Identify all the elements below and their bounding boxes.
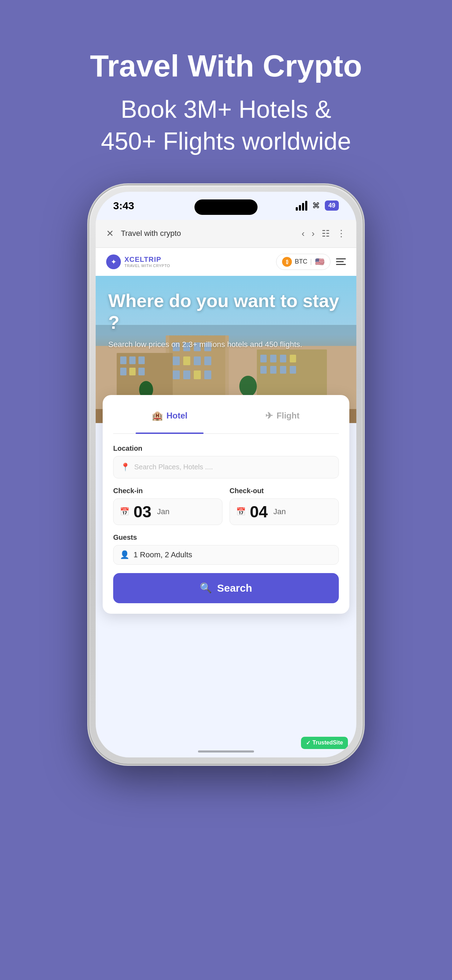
btc-currency-badge[interactable]: ₿ BTC | 🇺🇸 bbox=[276, 254, 330, 270]
battery-indicator: 49 bbox=[325, 200, 339, 211]
hero-title: Travel With Crypto bbox=[90, 49, 362, 83]
tab-flight[interactable]: ✈ Flight bbox=[226, 406, 339, 426]
wifi-icon: ⌘ bbox=[312, 201, 320, 210]
hero-subtitle: Book 3M+ Hotels & 450+ Flights worldwide bbox=[90, 94, 362, 158]
search-button[interactable]: 🔍 Search bbox=[113, 573, 339, 603]
browser-forward-icon[interactable]: › bbox=[312, 228, 315, 239]
status-time: 3:43 bbox=[113, 200, 134, 212]
checkout-group: Check-out 📅 04 Jan bbox=[229, 487, 339, 525]
date-row: Check-in 📅 03 Jan Check-out 📅 04 Jan bbox=[113, 487, 339, 525]
btc-label: BTC bbox=[295, 258, 307, 265]
browser-close-icon[interactable]: ✕ bbox=[106, 228, 114, 239]
guests-icon: 👤 bbox=[120, 550, 129, 559]
hero-section: Travel With Crypto Book 3M+ Hotels & 450… bbox=[90, 49, 362, 158]
checkout-label: Check-out bbox=[229, 487, 339, 495]
checkin-month: Jan bbox=[157, 507, 169, 516]
browser-back-icon[interactable]: ‹ bbox=[302, 228, 305, 239]
phone-screen: 3:43 ⌘ 49 ✕ Travel with crypto ‹ › bbox=[95, 192, 357, 757]
browser-navigation: ‹ › ☷ ⋮ bbox=[302, 228, 346, 239]
browser-url: Travel with crypto bbox=[121, 229, 295, 238]
location-input[interactable]: 📍 Search Places, Hotels .... bbox=[113, 456, 339, 479]
checkout-day: 04 bbox=[250, 504, 268, 520]
search-btn-icon: 🔍 bbox=[200, 582, 212, 594]
checkout-input[interactable]: 📅 04 Jan bbox=[229, 498, 339, 525]
trusted-check-icon: ✓ bbox=[306, 740, 310, 746]
hotel-icon: 🏨 bbox=[152, 410, 163, 421]
trusted-site-badge: ✓ TrustedSite bbox=[301, 737, 348, 749]
tab-bar: 🏨 Hotel ✈ Flight bbox=[113, 406, 339, 434]
browser-menu-icon[interactable]: ⋮ bbox=[337, 228, 346, 239]
logo-tagline: TRAVEL WITH CRYPTO bbox=[124, 264, 170, 268]
divider: | bbox=[310, 258, 312, 265]
hero-overlay-text: Where do you want to stay ? Search low p… bbox=[108, 290, 344, 350]
dynamic-island bbox=[194, 199, 258, 215]
phone-mockup: 3:43 ⌘ 49 ✕ Travel with crypto ‹ › bbox=[89, 185, 363, 764]
tab-hotel[interactable]: 🏨 Hotel bbox=[113, 406, 226, 426]
checkin-input[interactable]: 📅 03 Jan bbox=[113, 498, 223, 525]
checkin-label: Check-in bbox=[113, 487, 223, 495]
calendar-out-icon: 📅 bbox=[236, 507, 246, 516]
hero-heading: Where do you want to stay ? bbox=[108, 290, 344, 334]
logo-name: XCELTRIP bbox=[124, 256, 170, 264]
guests-value: 1 Room, 2 Adults bbox=[134, 550, 193, 559]
checkin-group: Check-in 📅 03 Jan bbox=[113, 487, 223, 525]
status-icons: ⌘ 49 bbox=[296, 200, 339, 211]
guests-label: Guests bbox=[113, 533, 339, 541]
checkin-day: 03 bbox=[134, 504, 151, 520]
location-group: Location 📍 Search Places, Hotels .... bbox=[113, 444, 339, 479]
location-placeholder: Search Places, Hotels .... bbox=[134, 463, 213, 471]
guests-group: Guests 👤 1 Room, 2 Adults bbox=[113, 533, 339, 565]
calendar-icon: 📅 bbox=[120, 507, 129, 516]
checkout-month: Jan bbox=[273, 507, 286, 516]
hamburger-menu[interactable] bbox=[336, 258, 346, 265]
flag-icon: 🇺🇸 bbox=[315, 257, 325, 267]
guests-input[interactable]: 👤 1 Room, 2 Adults bbox=[113, 545, 339, 565]
logo-icon: ✦ bbox=[106, 255, 121, 269]
tab-flight-label: Flight bbox=[277, 411, 299, 421]
location-label: Location bbox=[113, 444, 339, 452]
location-pin-icon: 📍 bbox=[121, 463, 130, 472]
home-indicator bbox=[198, 751, 254, 752]
bitcoin-icon: ₿ bbox=[282, 257, 292, 267]
logo-text: XCELTRIP TRAVEL WITH CRYPTO bbox=[124, 256, 170, 268]
signal-icon bbox=[296, 201, 307, 211]
browser-bar: ✕ Travel with crypto ‹ › ☷ ⋮ bbox=[95, 220, 357, 248]
tab-hotel-label: Hotel bbox=[166, 411, 188, 421]
flight-icon: ✈ bbox=[265, 410, 273, 421]
trusted-label: TrustedSite bbox=[312, 740, 343, 746]
search-card: 🏨 Hotel ✈ Flight Location 📍 Search Place… bbox=[103, 395, 349, 614]
app-header: ✦ XCELTRIP TRAVEL WITH CRYPTO ₿ BTC | 🇺🇸 bbox=[95, 248, 357, 276]
hero-description: Search low prices on 2.3+ millions hotel… bbox=[108, 339, 344, 350]
browser-layers-icon[interactable]: ☷ bbox=[321, 228, 330, 239]
logo-area: ✦ XCELTRIP TRAVEL WITH CRYPTO bbox=[106, 255, 170, 269]
search-btn-label: Search bbox=[217, 582, 252, 594]
header-right: ₿ BTC | 🇺🇸 bbox=[276, 254, 346, 270]
